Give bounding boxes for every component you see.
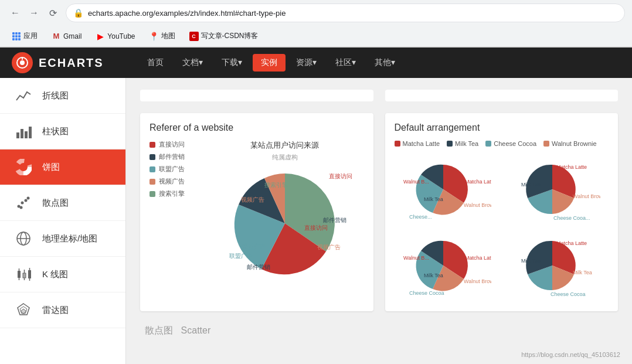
legend-label-email: 邮件营销 [159, 152, 185, 161]
label-direct: 直接访问 [329, 172, 352, 181]
forward-button[interactable]: → [26, 5, 42, 21]
sidebar-radar-label: 雷达图 [42, 305, 69, 316]
radar-chart-icon [14, 301, 33, 319]
browser-toolbar: ← → ⟳ 🔒 echarts.apache.org/examples/zh/i… [0, 0, 632, 26]
sidebar-item-geo[interactable]: 地理坐标/地图 [0, 221, 125, 257]
nav-resources[interactable]: 资源▾ [288, 54, 325, 72]
bookmark-apps[interactable]: 应用 [7, 29, 42, 43]
sidebar-line-label: 折线图 [42, 90, 69, 101]
reload-button[interactable]: ⟳ [45, 5, 61, 21]
svg-rect-6 [29, 127, 32, 138]
dc-dot-cheese [485, 141, 491, 147]
bookmark-youtube[interactable]: ▶ YouTube [91, 29, 140, 43]
svg-text:Walnut Brownie: Walnut Brownie [464, 202, 491, 208]
svg-text:Milk Tea: Milk Tea [573, 270, 592, 275]
line-chart-icon [14, 86, 33, 105]
footer-note: https://blog.csdn.net/qq_45103612 [521, 351, 620, 358]
address-text: echarts.apache.org/examples/zh/index.htm… [88, 9, 286, 18]
dc-legend-matcha: Matcha Latte [395, 140, 440, 147]
bookmark-maps[interactable]: 📍 地图 [145, 29, 180, 43]
dc-legend-milk: Milk Tea [447, 140, 478, 147]
svg-text:Milk Tea: Milk Tea [521, 258, 541, 264]
sidebar-item-candlestick[interactable]: K 线图 [0, 257, 125, 292]
candlestick-chart-icon [14, 265, 33, 284]
svg-text:Cheese Cocoa: Cheese Cocoa [551, 291, 586, 297]
back-button[interactable]: ← [7, 5, 23, 21]
label-email: 邮件营销 [323, 216, 346, 224]
chart-card-default[interactable]: Default arrangement Matcha Latte Milk Te… [385, 113, 619, 311]
sidebar-item-pie[interactable]: 饼图 [0, 149, 125, 185]
legend-item-direct: 直接访问 [149, 140, 196, 149]
dc-legend-cheese: Cheese Cocoa [485, 140, 536, 147]
pie-area-1: 某站点用户访问来源 纯属虚构 [206, 140, 364, 281]
bookmark-youtube-label: YouTube [107, 32, 135, 40]
dc-legend: Matcha Latte Milk Tea Cheese Cocoa [395, 140, 609, 147]
svg-text:Matcha Latte: Matcha Latte [465, 255, 491, 261]
apps-icon [12, 32, 21, 41]
svg-text:直接访问: 直接访问 [304, 224, 328, 231]
nav-other[interactable]: 其他▾ [366, 54, 403, 72]
nav-examples[interactable]: 实例 [253, 54, 286, 72]
section-title-scatter: 散点图 Scatter [140, 323, 618, 337]
svg-point-10 [21, 202, 24, 205]
dc-pie-3: Matcha Latte Walnut Brownie Cheese Cocoa… [395, 230, 491, 301]
geo-chart-icon [14, 229, 33, 248]
sidebar-candlestick-label: K 线图 [42, 269, 68, 280]
dc-label-matcha: Matcha Latte [403, 140, 440, 147]
echarts-header: ECHARTS 首页 文档▾ 下载▾ 实例 资源▾ 社区▾ 其他▾ [0, 47, 632, 78]
legend-label-direct: 直接访问 [159, 140, 185, 149]
bookmark-gmail[interactable]: M Gmail [47, 29, 86, 43]
nav-home[interactable]: 首页 [139, 54, 172, 72]
svg-text:Walnut B...: Walnut B... [403, 179, 429, 185]
svg-text:搜索引擎: 搜索引擎 [264, 182, 288, 188]
maps-icon: 📍 [149, 32, 159, 41]
nav-menu: 首页 文档▾ 下载▾ 实例 资源▾ 社区▾ 其他▾ [139, 54, 403, 72]
bookmark-csdn[interactable]: C 写文章-CSDN博客 [185, 29, 263, 43]
sidebar-item-bar[interactable]: 柱状图 [0, 114, 125, 149]
dc-legend-walnut: Walnut Brownie [543, 140, 597, 147]
dc-pie-1: Matcha Latte Walnut Brownie Cheese... Mi… [395, 154, 491, 224]
sidebar-item-line[interactable]: 折线图 [0, 78, 125, 114]
svg-text:Milk Tea: Milk Tea [424, 196, 443, 202]
nav-download[interactable]: 下载▾ [213, 54, 250, 72]
legend-item-video: 视频广告 [149, 177, 196, 186]
legend-item-alliance: 联盟广告 [149, 165, 196, 174]
sidebar: 折线图 柱状图 [0, 78, 126, 364]
echarts-logo: ECHARTS [12, 52, 104, 73]
legend-dot-email [149, 154, 155, 160]
sidebar-pie-label: 饼图 [42, 162, 60, 173]
section-label-en: Scatter [181, 325, 211, 335]
address-bar[interactable]: 🔒 echarts.apache.org/examples/zh/index.h… [66, 4, 625, 22]
dc-dot-milk [447, 141, 453, 147]
sidebar-item-scatter[interactable]: 散点图 [0, 185, 125, 221]
sidebar-item-radar[interactable]: 雷达图 [0, 292, 125, 328]
svg-rect-17 [18, 271, 21, 278]
svg-rect-20 [23, 273, 26, 278]
content-area: Referer of a website 直接访问 邮件营销 [126, 78, 632, 364]
bookmark-apps-label: 应用 [23, 31, 38, 41]
chart-row-pie: Referer of a website 直接访问 邮件营销 [140, 113, 618, 311]
browser-chrome: ← → ⟳ 🔒 echarts.apache.org/examples/zh/i… [0, 0, 632, 47]
label-alliance: 联盟广告 [229, 252, 253, 260]
nav-docs[interactable]: 文档▾ [174, 54, 211, 72]
dc-dot-matcha [395, 141, 400, 147]
legend-dot-alliance [149, 166, 155, 172]
scatter-chart-icon [14, 193, 33, 212]
svg-point-11 [25, 199, 28, 202]
app-wrapper: ECHARTS 首页 文档▾ 下载▾ 实例 资源▾ 社区▾ 其他▾ 折线图 [0, 47, 632, 364]
bookmark-gmail-label: Gmail [63, 32, 81, 40]
lock-icon: 🔒 [73, 8, 83, 18]
bookmarks-bar: 应用 M Gmail ▶ YouTube 📍 地图 C 写文章-CSDN博客 [0, 26, 632, 47]
gmail-icon: M [52, 32, 61, 41]
nav-community[interactable]: 社区▾ [327, 54, 364, 72]
legend-item-email: 邮件营销 [149, 152, 196, 161]
logo-circle [12, 52, 33, 73]
svg-rect-4 [21, 129, 23, 138]
dc-cell-4: Matcha Latte Milk Tea Cheese Cocoa Milk … [504, 230, 609, 302]
svg-text:Matcha Latte: Matcha Latte [465, 179, 491, 185]
legend-label-search: 搜索引擎 [159, 189, 185, 198]
svg-text:Milk Tea: Milk Tea [424, 273, 443, 278]
dc-pie-4: Matcha Latte Milk Tea Cheese Cocoa Milk … [504, 230, 600, 301]
svg-text:视频广告: 视频广告 [241, 196, 264, 203]
chart-card-referer[interactable]: Referer of a website 直接访问 邮件营销 [140, 113, 373, 311]
